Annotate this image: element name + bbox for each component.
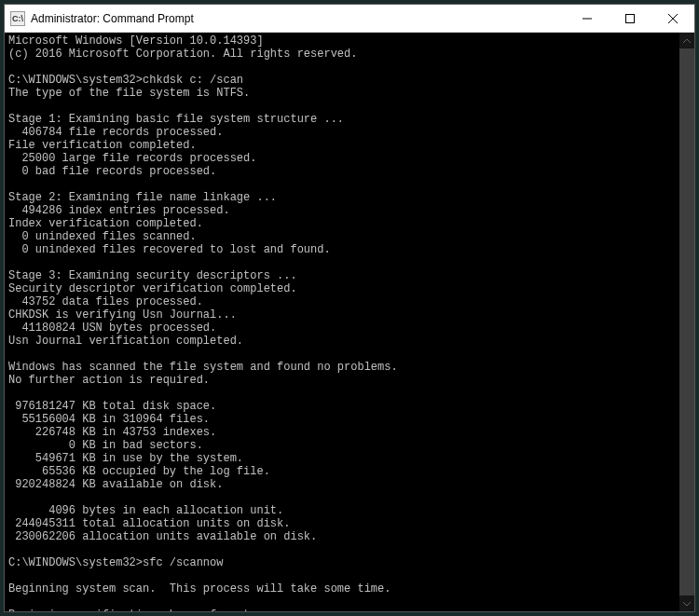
scroll-down-button[interactable] (679, 595, 694, 611)
scrollbar[interactable] (679, 33, 694, 611)
minimize-button[interactable] (566, 5, 609, 32)
maximize-button[interactable] (609, 5, 651, 32)
app-icon: C:\ (10, 11, 25, 26)
terminal-body[interactable]: Microsoft Windows [Version 10.0.14393] (… (5, 33, 694, 611)
terminal-output: Microsoft Windows [Version 10.0.14393] (… (8, 34, 691, 611)
minimize-icon (582, 14, 592, 23)
window-title: Administrator: Command Prompt (31, 12, 566, 25)
window-controls (566, 5, 694, 32)
chevron-down-icon (683, 600, 691, 608)
titlebar[interactable]: C:\ Administrator: Command Prompt (5, 5, 694, 33)
command-prompt-window: C:\ Administrator: Command Prompt Micros… (4, 4, 695, 612)
scrollbar-thumb[interactable] (679, 48, 694, 595)
svg-rect-1 (626, 14, 635, 22)
close-icon (668, 14, 678, 23)
maximize-icon (625, 14, 635, 23)
chevron-up-icon (683, 37, 691, 45)
scrollbar-track[interactable] (679, 48, 694, 595)
scroll-up-button[interactable] (679, 33, 694, 48)
close-button[interactable] (651, 5, 694, 32)
